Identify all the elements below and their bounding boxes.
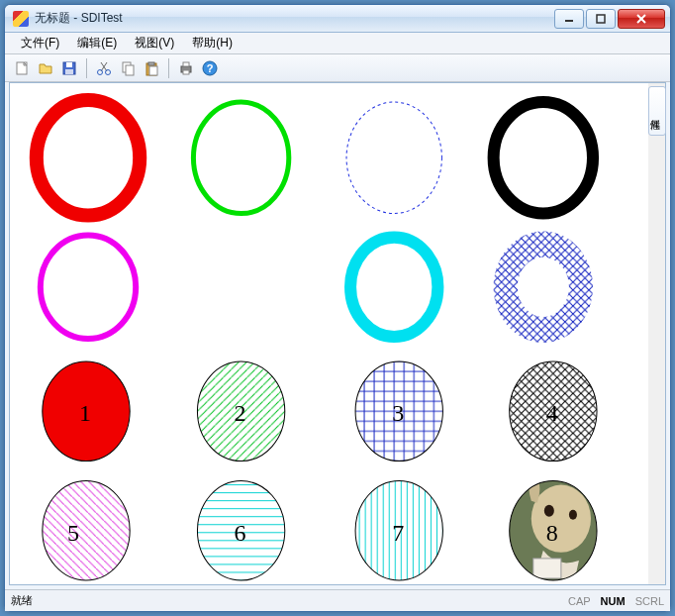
minimize-button[interactable] <box>554 9 584 29</box>
svg-rect-6 <box>66 62 72 67</box>
menu-help[interactable]: 帮助(H) <box>184 33 241 53</box>
svg-text:?: ? <box>207 62 214 74</box>
label-6: 6 <box>235 520 246 546</box>
svg-rect-18 <box>183 62 189 66</box>
cut-button[interactable] <box>93 57 115 79</box>
status-scrl: SCRL <box>635 595 664 607</box>
menu-edit[interactable]: 编辑(E) <box>69 33 125 53</box>
label-4: 4 <box>546 400 558 426</box>
help-button[interactable]: ? <box>199 57 221 79</box>
svg-point-27 <box>544 505 554 517</box>
svg-point-26 <box>531 485 591 553</box>
svg-point-28 <box>569 510 577 520</box>
svg-rect-16 <box>149 66 157 75</box>
svg-rect-19 <box>183 70 189 74</box>
svg-point-11 <box>106 69 111 74</box>
vertical-scrollbar[interactable] <box>648 83 665 584</box>
copy-button[interactable] <box>117 57 139 79</box>
ellipse-r1c4 <box>494 102 593 213</box>
ellipse-r2c3 <box>350 238 437 337</box>
client-area: 1 2 3 4 5 6 7 8 <box>9 82 666 585</box>
label-3: 3 <box>392 400 404 426</box>
toolbar-separator <box>86 58 87 78</box>
window-title: 无标题 - SDITest <box>35 10 123 27</box>
menu-view[interactable]: 视图(V) <box>127 33 182 53</box>
toolbar: ? <box>5 54 670 82</box>
ellipse-r2c4-hole <box>518 257 569 317</box>
status-cap: CAP <box>568 595 591 607</box>
svg-rect-29 <box>533 559 561 578</box>
open-button[interactable] <box>35 57 56 79</box>
app-icon <box>13 11 29 27</box>
svg-point-10 <box>98 69 103 74</box>
side-panel[interactable]: 属性 <box>648 86 666 136</box>
svg-rect-13 <box>126 65 134 75</box>
svg-rect-1 <box>597 15 605 23</box>
ellipse-r1c1 <box>37 100 140 215</box>
window-controls <box>554 9 670 29</box>
maximize-button[interactable] <box>586 9 616 29</box>
statusbar: 就绪 CAP NUM SCRL <box>5 589 670 611</box>
label-5: 5 <box>67 520 79 546</box>
toolbar-separator <box>168 58 169 78</box>
label-1: 1 <box>79 400 91 426</box>
svg-rect-7 <box>65 69 73 74</box>
label-7: 7 <box>392 520 404 546</box>
status-num: NUM <box>601 595 626 607</box>
ellipse-5 <box>43 481 130 580</box>
label-2: 2 <box>235 400 246 426</box>
paste-button[interactable] <box>141 57 162 79</box>
menubar: 文件(F) 编辑(E) 视图(V) 帮助(H) <box>5 33 670 54</box>
main-window: 无标题 - SDITest 文件(F) 编辑(E) 视图(V) 帮助(H) <box>4 4 671 612</box>
menu-file[interactable]: 文件(F) <box>13 33 67 53</box>
titlebar[interactable]: 无标题 - SDITest <box>5 5 670 33</box>
ellipse-r1c3 <box>346 102 441 213</box>
close-button[interactable] <box>618 9 665 29</box>
ellipse-r2c1 <box>41 236 136 339</box>
new-button[interactable] <box>11 57 33 79</box>
status-ready: 就绪 <box>11 593 33 608</box>
save-button[interactable] <box>58 57 80 79</box>
svg-rect-15 <box>148 62 154 65</box>
drawing-canvas[interactable]: 1 2 3 4 5 6 7 8 <box>10 83 665 584</box>
print-button[interactable] <box>175 57 197 79</box>
label-8: 8 <box>546 520 558 546</box>
ellipse-r1c2 <box>193 102 288 213</box>
